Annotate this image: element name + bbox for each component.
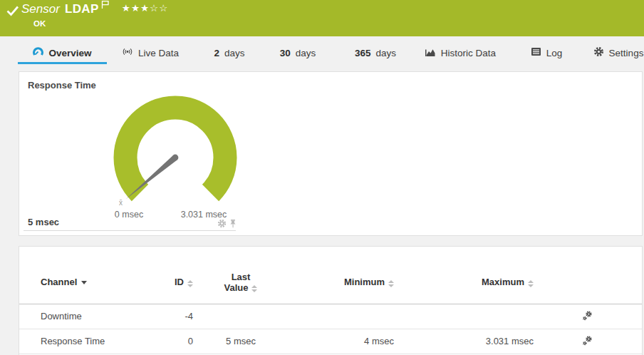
gauge-min-label: 0 msec (100, 210, 157, 220)
tab-overview[interactable]: Overview (18, 43, 107, 64)
tab-365-days[interactable]: 365 days (350, 43, 401, 64)
status-ok-check-icon (6, 6, 19, 19)
sensor-page: Sensor LDAP ★★★☆☆ OK Overview (0, 0, 644, 355)
gauge-icon (33, 46, 43, 59)
tab-settings[interactable]: Settings (593, 43, 644, 64)
sensor-type-label: Sensor (21, 2, 60, 16)
column-header-id[interactable]: ID (169, 261, 202, 304)
channels-panel: Channel ID Last Value Minimum (19, 246, 643, 355)
tab-log[interactable]: Log (527, 43, 566, 64)
column-header-minimum[interactable]: Minimum (280, 261, 401, 304)
channel-name-cell[interactable]: Downtime (19, 304, 169, 329)
tab-label: days (376, 48, 397, 58)
channel-maximum-cell (401, 304, 541, 329)
star-empty-icon[interactable]: ☆ (150, 3, 159, 14)
sort-icon (187, 280, 193, 287)
sensor-title: Sensor LDAP ★★★☆☆ (21, 2, 168, 16)
column-header-last-value[interactable]: Last Value (202, 261, 280, 304)
table-row-downtime: Downtime -4 (19, 304, 642, 329)
response-time-gauge: x̄ (108, 92, 243, 226)
column-header-actions (541, 261, 642, 304)
table-header-row: Channel ID Last Value Minimum (19, 261, 642, 304)
star-filled-icon[interactable]: ★ (131, 3, 140, 14)
gauge-settings-gear-icon[interactable] (217, 218, 227, 231)
channels-table: Channel ID Last Value Minimum (19, 261, 642, 354)
table-row-response-time: Response Time 0 5 msec 4 msec 3.031 msec (19, 329, 642, 354)
tab-label: Historic Data (441, 48, 496, 58)
sort-icon (528, 280, 534, 287)
flag-icon[interactable] (101, 0, 110, 13)
channel-actions-cell (541, 304, 642, 329)
tab-label: Overview (48, 48, 91, 58)
channel-maximum-cell: 3.031 msec (401, 329, 541, 354)
star-filled-icon[interactable]: ★ (122, 3, 131, 14)
log-icon (531, 47, 541, 58)
tab-label: Settings (609, 48, 644, 58)
column-header-maximum[interactable]: Maximum (401, 261, 541, 304)
historic-data-icon (425, 47, 436, 59)
average-marker: x̄ (119, 199, 123, 207)
sensor-name: LDAP (65, 2, 99, 16)
channel-id-cell: 0 (169, 329, 202, 354)
channel-last-value-cell: 5 msec (202, 329, 280, 354)
star-filled-icon[interactable]: ★ (140, 3, 150, 14)
channel-last-value-cell (202, 304, 280, 329)
live-data-icon (122, 46, 133, 59)
tab-30-days[interactable]: 30 days (275, 43, 321, 64)
tab-live-data[interactable]: Live Data (116, 43, 185, 64)
channel-minimum-cell: 4 msec (280, 329, 401, 354)
tab-label: days (224, 48, 245, 58)
tab-number: 365 (355, 48, 371, 58)
star-empty-icon[interactable]: ☆ (159, 3, 168, 14)
priority-stars[interactable]: ★★★☆☆ (122, 2, 169, 14)
tab-label: Log (546, 48, 563, 58)
channel-minimum-cell (280, 304, 401, 329)
gauge-max-label: 3.031 msec (154, 210, 254, 220)
tab-bar: Overview Live Data 2 days 30 days 365 da… (0, 36, 644, 71)
sensor-header: Sensor LDAP ★★★☆☆ OK (0, 0, 644, 36)
sort-icon (251, 285, 257, 292)
channel-settings-icon[interactable] (582, 337, 593, 348)
status-badge: OK (33, 19, 46, 28)
gauge-arc (125, 108, 225, 192)
channel-id-cell: -4 (169, 304, 202, 329)
settings-gear-icon (593, 46, 604, 59)
panel-title: Response Time (28, 80, 96, 91)
response-time-gauge-panel: Response Time x̄ 0 msec 3.031 msec 5 mse… (19, 71, 643, 236)
tab-historic-data[interactable]: Historic Data (422, 43, 499, 64)
channel-settings-icon[interactable] (582, 312, 593, 323)
gauge-needle-hub (172, 155, 179, 161)
tab-number: 2 (214, 48, 219, 58)
tab-number: 30 (280, 48, 291, 58)
channel-actions-cell (541, 329, 642, 354)
column-header-channel[interactable]: Channel (19, 261, 169, 304)
pin-icon[interactable] (229, 218, 237, 231)
tab-label: Live Data (138, 48, 179, 58)
tab-2-days[interactable]: 2 days (209, 43, 249, 64)
sort-icon (388, 280, 394, 287)
channel-name-cell[interactable]: Response Time (19, 329, 169, 354)
gauge-cell-divider (24, 230, 236, 231)
tab-label: days (296, 48, 316, 58)
sort-caret-down-icon (81, 281, 87, 287)
gauge-current-value: 5 msec (28, 217, 59, 227)
